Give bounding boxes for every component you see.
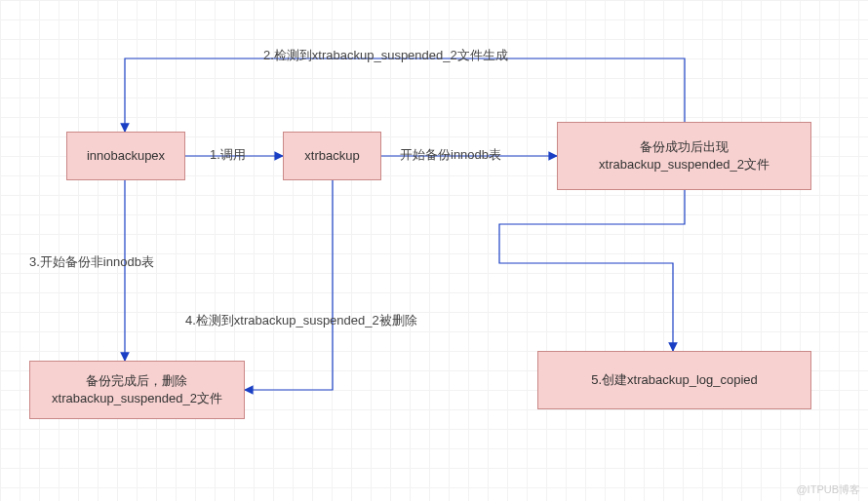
edge-label-start-backup-non-innodb: 3.开始备份非innodb表 — [29, 253, 154, 271]
node-label: 备份完成后，删除 xtrabackup_suspended_2文件 — [52, 372, 222, 407]
watermark: @ITPUB博客 — [796, 482, 860, 497]
node-label: xtrbackup — [304, 147, 359, 165]
node-label: 5.创建xtrabackup_log_copied — [591, 371, 758, 389]
edge-label-start-backup-innodb: 开始备份innodb表 — [400, 146, 501, 164]
edge-label-detect-generated: 2.检测到xtrabackup_suspended_2文件生成 — [263, 47, 508, 64]
node-xtrbackup: xtrbackup — [283, 132, 381, 180]
node-log-copied: 5.创建xtrabackup_log_copied — [537, 351, 811, 409]
edge-label-detect-deleted: 4.检测到xtrabackup_suspended_2被删除 — [185, 312, 417, 329]
node-backup-success: 备份成功后出现 xtrabackup_suspended_2文件 — [557, 122, 811, 190]
node-backup-done-delete: 备份完成后，删除 xtrabackup_suspended_2文件 — [29, 361, 245, 419]
edge-label-call: 1.调用 — [210, 146, 246, 164]
node-label: innobackupex — [87, 147, 165, 165]
background-grid — [0, 0, 868, 501]
node-innobackupex: innobackupex — [66, 132, 185, 180]
node-label: 备份成功后出现 xtrabackup_suspended_2文件 — [599, 138, 769, 173]
